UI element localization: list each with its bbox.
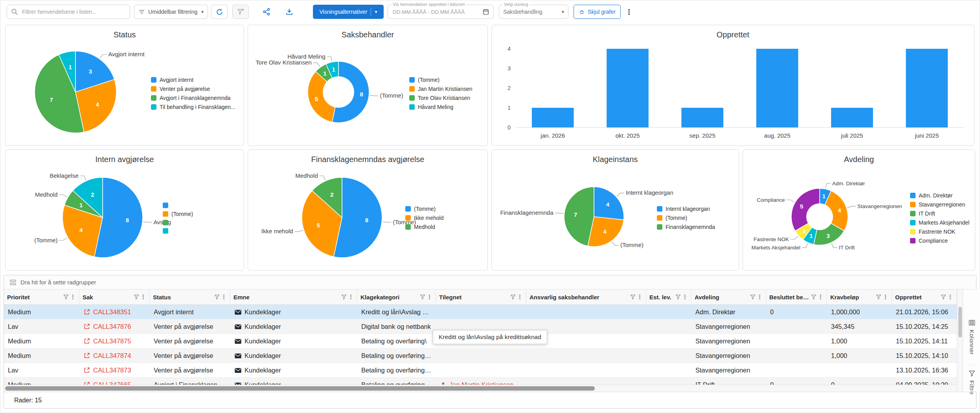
column-menu-icon[interactable]: ⋮ [818, 293, 824, 301]
legend-item[interactable] [163, 220, 193, 225]
column-menu-icon[interactable]: ⋮ [637, 293, 643, 301]
row-group-drop-zone[interactable]: Dra hit for å sette radgrupper [4, 275, 976, 289]
side-tab-kolonner[interactable]: Kolonner [969, 315, 975, 360]
legend-item[interactable]: Finansklagenemnda [657, 224, 715, 230]
view-options-button[interactable]: Visningsalternativer ▾ [313, 5, 384, 19]
external-link-icon[interactable] [83, 367, 90, 374]
column-header-emne[interactable]: Emne⋮ [230, 289, 357, 304]
legend-item[interactable] [163, 228, 193, 234]
table-row[interactable]: LavCALL347873Venter på avgjørelseKundekl… [4, 363, 957, 378]
table-row[interactable]: MediumCALL347665Avgjort i Finansklagenem… [4, 378, 957, 385]
column-header-krav[interactable]: Kravbeløp⋮ [827, 289, 892, 304]
column-header-ansvarlig[interactable]: Ansvarlig saksbehandler⋮ [526, 289, 646, 304]
legend-item[interactable]: (Tomme) [409, 77, 473, 83]
external-link-icon[interactable] [83, 308, 90, 315]
instant-filter-select[interactable]: Umiddelbar filtrering ▾ [134, 5, 208, 19]
legend-item[interactable]: Internt klageorgan [657, 206, 715, 212]
column-menu-icon[interactable]: ⋮ [70, 293, 76, 301]
column-header-prioritet[interactable]: Prioritet⋮ [4, 289, 79, 304]
column-menu-icon[interactable]: ⋮ [517, 293, 523, 301]
column-menu-icon[interactable]: ⋮ [757, 293, 763, 301]
column-menu-icon[interactable]: ⋮ [140, 293, 146, 301]
column-menu-icon[interactable]: ⋮ [883, 293, 888, 301]
case-link[interactable]: CALL347876 [93, 323, 131, 330]
horizontal-scrollbar[interactable] [4, 385, 957, 392]
legend-item[interactable]: Håvard Meling [409, 104, 473, 110]
charts-row-2: Intern avgjørelse8412Avslag(Tomme)Medhol… [5, 149, 975, 271]
column-filter-icon[interactable] [941, 294, 946, 300]
column-header-opprettet[interactable]: Opprettet⋮ [892, 289, 957, 304]
column-menu-icon[interactable]: ⋮ [221, 293, 227, 301]
case-link[interactable]: CALL347665 [93, 381, 131, 385]
legend-item[interactable]: Ikke mehold [405, 215, 443, 221]
column-header-klagekategori[interactable]: Klagekategori⋮ [357, 289, 436, 304]
table-row[interactable]: MediumCALL347874Venter på avgjørelseKund… [4, 348, 957, 363]
external-link-icon[interactable] [83, 381, 90, 385]
case-link[interactable]: CALL348351 [93, 308, 131, 316]
legend-item[interactable]: Fastrente NOK [910, 229, 969, 235]
column-filter-icon[interactable] [63, 294, 69, 300]
assignee-link[interactable]: Jan Martin Kristiansen [449, 381, 513, 385]
toolbar-menu-button[interactable]: ⋮ [625, 5, 633, 19]
legend-item[interactable]: Avgjort internt [151, 77, 235, 83]
hide-charts-button[interactable]: Skjul grafer [574, 5, 621, 19]
legend-item[interactable]: Markets Aksjehandel [910, 219, 969, 226]
column-header-besluttet[interactable]: Besluttet beløp⋮ [766, 289, 827, 304]
column-header-avdeling[interactable]: Avdeling⋮ [691, 289, 766, 304]
legend-item[interactable]: Stavangerregionen [910, 201, 969, 208]
column-header-tilegnet[interactable]: Tilegnet⋮ [436, 289, 526, 304]
vertical-scrollbar[interactable] [957, 289, 963, 392]
column-menu-icon[interactable]: ⋮ [682, 293, 688, 301]
legend-item[interactable]: (Tomme) [657, 215, 715, 221]
legend-item[interactable]: Tore Olav Kristiansen [409, 95, 473, 101]
legend-label: Compliance [919, 238, 948, 244]
table-row[interactable]: MediumCALL348351Avgjort interntKundeklag… [4, 305, 957, 319]
column-filter-icon[interactable] [341, 294, 347, 300]
legend-item[interactable]: Adm. Direktør [910, 192, 969, 199]
column-header-est_lev[interactable]: Est. lev.⋮ [646, 289, 691, 304]
case-link[interactable]: CALL347873 [93, 367, 131, 374]
column-filter-icon[interactable] [630, 294, 636, 300]
date-range-input[interactable] [392, 9, 479, 15]
case-link[interactable]: CALL347874 [93, 352, 131, 360]
legend-item[interactable]: Avgjort i Finansklagenemnda [151, 95, 235, 101]
legend-item[interactable] [163, 203, 193, 208]
legend-item[interactable]: Compliance [910, 238, 969, 244]
column-filter-icon[interactable] [811, 294, 816, 300]
column-filter-icon[interactable] [420, 294, 425, 300]
legend-item[interactable]: Medhold [405, 224, 443, 230]
legend-item[interactable]: (Tomme) [163, 211, 193, 217]
refresh-button[interactable] [211, 5, 228, 19]
view-select-field[interactable]: Velg visning Saksbehandling ▾ [499, 5, 568, 19]
column-header-sak[interactable]: Sak⋮ [79, 289, 150, 304]
legend-item[interactable]: (Tomme) [405, 206, 443, 212]
external-link-icon[interactable] [83, 352, 90, 359]
external-link-icon[interactable] [83, 323, 90, 330]
column-filter-icon[interactable] [876, 294, 881, 300]
legend-item[interactable]: IT Drift [910, 210, 969, 217]
column-menu-icon[interactable]: ⋮ [427, 293, 432, 301]
column-filter-icon[interactable] [214, 294, 220, 300]
column-filter-icon[interactable] [750, 294, 756, 300]
column-filter-icon[interactable] [134, 294, 139, 300]
chevron-down-icon: ▾ [201, 9, 204, 15]
calendar-icon[interactable] [482, 8, 489, 15]
case-link[interactable]: CALL347875 [93, 337, 131, 345]
scrollbar-thumb[interactable] [958, 307, 962, 337]
external-link-icon[interactable] [83, 337, 90, 345]
cell-text: 13.10.2025, 16:36 [896, 367, 948, 374]
search-input[interactable] [21, 8, 126, 15]
clear-filter-button[interactable] [232, 5, 249, 19]
column-menu-icon[interactable]: ⋮ [947, 293, 953, 301]
scrollbar-thumb[interactable] [5, 386, 595, 391]
slice-value: 8 [365, 217, 368, 223]
column-filter-icon[interactable] [510, 294, 516, 300]
legend-item[interactable]: Jan Martin Kristiansen [409, 86, 473, 92]
column-menu-icon[interactable]: ⋮ [348, 293, 354, 301]
download-button[interactable] [281, 5, 298, 19]
legend-item[interactable]: Venter på avgjørelse [151, 86, 235, 92]
legend-item[interactable]: Til behandling i Finansklagen... [151, 104, 235, 110]
column-filter-icon[interactable] [675, 294, 681, 300]
column-header-status[interactable]: Status⋮ [150, 289, 230, 304]
share-button[interactable] [258, 5, 275, 19]
